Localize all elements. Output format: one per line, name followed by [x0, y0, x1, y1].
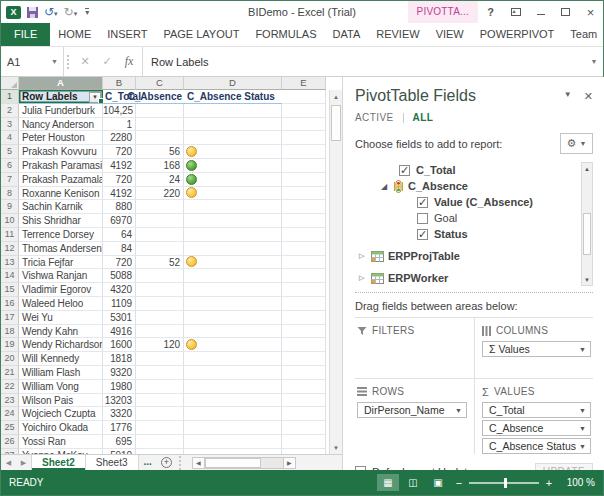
- collapse-triangle-icon[interactable]: ▷: [359, 252, 371, 260]
- cell-total[interactable]: 1109: [103, 297, 136, 311]
- row-header-1[interactable]: 1: [1, 90, 19, 104]
- cell-total[interactable]: 3320: [103, 407, 136, 421]
- update-button[interactable]: UPDATE: [535, 463, 593, 470]
- tab-active[interactable]: ACTIVE: [355, 112, 394, 123]
- field-checkbox[interactable]: [417, 229, 428, 240]
- scroll-up-icon[interactable]: ▲: [582, 163, 592, 174]
- cell-name[interactable]: Wei Yu: [19, 311, 103, 325]
- cell-total[interactable]: 695: [103, 435, 136, 449]
- page-layout-view-icon[interactable]: ◫: [402, 474, 424, 491]
- cell-name[interactable]: Wilson Pais: [19, 394, 103, 408]
- cell-name[interactable]: Peter Houston: [19, 131, 103, 145]
- cell-total[interactable]: 6970: [103, 214, 136, 228]
- row-header-21[interactable]: 21: [1, 366, 19, 380]
- ribbon-tab-review[interactable]: REVIEW: [368, 23, 427, 46]
- sheet-tab-sheet3[interactable]: Sheet3: [86, 455, 139, 470]
- field-item-erpprojtable[interactable]: ▷ERPProjTable: [355, 248, 579, 264]
- cell-absence[interactable]: [136, 407, 184, 421]
- chip-dropdown-icon[interactable]: ▼: [579, 443, 586, 450]
- cell-e1[interactable]: [282, 90, 326, 104]
- cell-status[interactable]: [184, 118, 282, 132]
- scroll-right-icon[interactable]: ▶: [283, 457, 296, 469]
- sheet-nav-next-icon[interactable]: ▶: [16, 455, 31, 470]
- cell-absence[interactable]: 56: [136, 145, 184, 159]
- cell-absence[interactable]: [136, 421, 184, 435]
- cell-empty[interactable]: [282, 256, 326, 270]
- cell-name[interactable]: Roxanne Kenison: [19, 187, 103, 201]
- undo-button[interactable]: ↺▾: [44, 6, 58, 18]
- cell-name[interactable]: Wendy Richardson: [19, 338, 103, 352]
- cell-absence[interactable]: [136, 394, 184, 408]
- field-checkbox[interactable]: [417, 213, 428, 224]
- row-header-7[interactable]: 7: [1, 173, 19, 187]
- cell-empty[interactable]: [282, 380, 326, 394]
- cell-absence[interactable]: [136, 228, 184, 242]
- row-header-26[interactable]: 26: [1, 435, 19, 449]
- chip-dropdown-icon[interactable]: ▼: [579, 425, 586, 432]
- row-header-8[interactable]: 8: [1, 187, 19, 201]
- row-header-23[interactable]: 23: [1, 394, 19, 408]
- cell-name[interactable]: Yvonne McKay: [19, 449, 103, 454]
- cell-empty[interactable]: [282, 421, 326, 435]
- cell-empty[interactable]: [282, 159, 326, 173]
- cell-name[interactable]: Shis Shridhar: [19, 214, 103, 228]
- cell-status[interactable]: [184, 145, 282, 159]
- cell-status[interactable]: [184, 242, 282, 256]
- cell-status[interactable]: [184, 311, 282, 325]
- pane-options-icon[interactable]: ▼: [564, 90, 572, 103]
- horizontal-scrollbar[interactable]: ◀ ▶: [192, 455, 296, 470]
- cell-total[interactable]: 4320: [103, 283, 136, 297]
- cell-status[interactable]: [184, 256, 282, 270]
- cell-total[interactable]: 1: [103, 118, 136, 132]
- scroll-up-icon[interactable]: ▲: [330, 90, 342, 103]
- columns-area[interactable]: COLUMNS Σ Values▼: [474, 318, 593, 378]
- cell-status[interactable]: [184, 214, 282, 228]
- ribbon-tab-team[interactable]: Team: [562, 23, 604, 46]
- cell-status[interactable]: [184, 435, 282, 449]
- cell-total[interactable]: 2280: [103, 131, 136, 145]
- cell-empty[interactable]: [282, 214, 326, 228]
- cell-total[interactable]: 5301: [103, 311, 136, 325]
- help-button[interactable]: ?: [478, 1, 503, 23]
- sheet-nav-prev-icon[interactable]: ◀: [1, 455, 16, 470]
- scroll-down-icon[interactable]: ▼: [330, 441, 342, 454]
- row-header-6[interactable]: 6: [1, 159, 19, 173]
- cell-total[interactable]: 9320: [103, 366, 136, 380]
- cell-empty[interactable]: [282, 118, 326, 132]
- excel-app-icon[interactable]: X: [6, 6, 21, 19]
- cell-total[interactable]: 720: [103, 256, 136, 270]
- ribbon-tab-page-layout[interactable]: PAGE LAYOUT: [155, 23, 247, 46]
- cell-empty[interactable]: [282, 352, 326, 366]
- cell-name[interactable]: Nancy Anderson: [19, 118, 103, 132]
- row-header-14[interactable]: 14: [1, 269, 19, 283]
- cell-absence[interactable]: [136, 325, 184, 339]
- cell-a1-row-labels[interactable]: Row Labels ▼: [19, 90, 103, 104]
- cell-empty[interactable]: [282, 449, 326, 454]
- row-header-3[interactable]: 3: [1, 118, 19, 132]
- values-area[interactable]: Σ VALUES C_Total▼C_Absence▼C_Absence Sta…: [474, 378, 593, 454]
- cell-status[interactable]: [184, 228, 282, 242]
- close-button[interactable]: ×: [578, 1, 603, 23]
- customize-qat-icon[interactable]: ▾: [85, 8, 89, 17]
- field-item-c-absence[interactable]: ◢C_Absence: [355, 178, 579, 194]
- cell-empty[interactable]: [282, 283, 326, 297]
- field-checkbox[interactable]: [399, 165, 410, 176]
- cell-name[interactable]: William Flash: [19, 366, 103, 380]
- pane-close-icon[interactable]: ✕: [584, 90, 593, 103]
- cell-empty[interactable]: [282, 435, 326, 449]
- cell-absence[interactable]: [136, 449, 184, 454]
- cell-total[interactable]: 4192: [103, 159, 136, 173]
- name-box-dropdown-icon[interactable]: ▼: [51, 58, 63, 65]
- cell-name[interactable]: Wendy Kahn: [19, 325, 103, 339]
- cell-empty[interactable]: [282, 297, 326, 311]
- cell-name[interactable]: Yossi Ran: [19, 435, 103, 449]
- cell-status[interactable]: [184, 104, 282, 118]
- cell-absence[interactable]: [136, 297, 184, 311]
- cell-status[interactable]: [184, 173, 282, 187]
- cell-total[interactable]: 880: [103, 200, 136, 214]
- enter-button[interactable]: ✓: [96, 47, 118, 76]
- zoom-in-button[interactable]: +: [542, 477, 556, 489]
- field-item-status[interactable]: Status: [355, 226, 579, 242]
- rows-area[interactable]: ROWS DirPerson_Name▼: [355, 378, 474, 454]
- row-header-18[interactable]: 18: [1, 325, 19, 339]
